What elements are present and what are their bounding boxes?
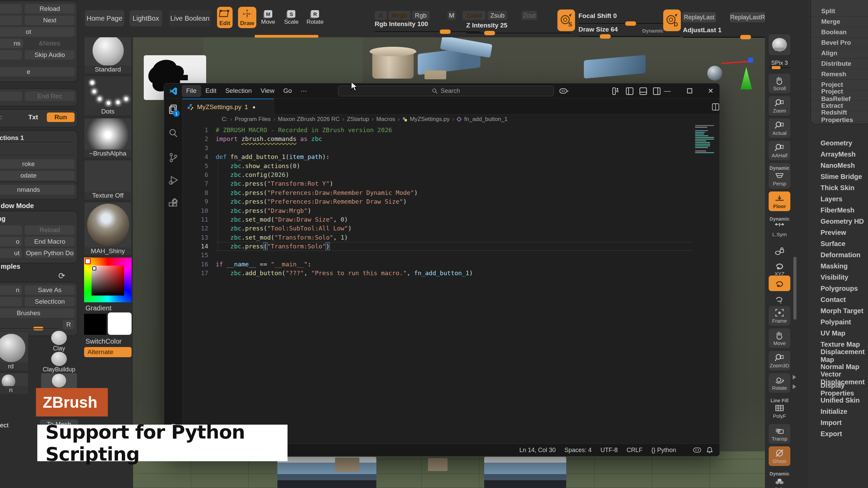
scale-mode-button[interactable]: SScale [284,10,299,25]
slider-knob[interactable] [600,34,611,39]
zoom3d-shelf-button[interactable]: Zoom3D [768,350,791,371]
tool-subpalette-item[interactable]: Deformation [808,249,868,261]
tool-subpalette-item[interactable]: Geometry [808,138,868,149]
macro-button[interactable]: &Notes [26,39,73,48]
macro-slider[interactable]: 181 [0,320,60,329]
adjust-icon-button[interactable]: D [663,9,681,31]
rotate-mode-button[interactable]: RRotate [307,10,323,25]
spix-3-shelf-button[interactable]: SPix 3 [768,58,791,70]
macro-button[interactable]: End Rec [25,92,75,101]
run-debug-icon[interactable] [168,175,179,186]
rgb-intensity-slider[interactable] [375,31,480,33]
tool-action-item[interactable]: Split [811,6,868,17]
tool-action-item[interactable]: Remesh [811,69,868,80]
brush-size-icon-button[interactable]: S [557,9,575,31]
source-control-icon[interactable] [168,152,179,163]
camera-lock-icon-shelf-button[interactable] [768,242,791,261]
zadd-toggle-button[interactable]: Zadd [462,11,486,20]
texture-slot[interactable]: Texture Off [84,160,132,200]
breadcrumb-item[interactable]: Macros [376,116,395,123]
search-icon[interactable] [168,128,179,139]
macro-button[interactable] [0,16,22,25]
code-line[interactable]: zbc.press("Transform:Rot Y") [216,179,692,188]
code-line[interactable] [216,251,692,260]
gizmo-blue-handle[interactable] [748,58,753,63]
tool-subpalette-item[interactable]: NanoMesh [808,160,868,171]
tool-subpalette-item[interactable]: Visibility [808,272,868,283]
slider-knob[interactable] [740,35,751,39]
rotate-shelf-button[interactable]: Rotate [768,373,791,393]
menu-go[interactable]: Go [279,85,296,97]
alternate-button[interactable]: Alternate [84,347,132,357]
macro-button[interactable]: Next [25,16,75,25]
code-line[interactable]: zbc.set_mod("Transform:Solo", 1) [216,233,692,242]
z-intensity-slider[interactable] [466,33,571,34]
lightbox-button[interactable]: LightBox [130,10,162,26]
tool-action-item[interactable]: Merge [811,17,868,27]
ghost-shelf-button[interactable]: Ghost [768,446,791,466]
tool-action-item[interactable]: Redshift Properties [811,111,868,122]
color-picker[interactable] [84,258,132,302]
status-indentation[interactable]: Spaces: 4 [565,447,592,454]
scroll-arrow-icon[interactable] [793,375,796,380]
unsaved-dot-icon[interactable]: ● [253,104,256,110]
macro-button[interactable]: o [0,237,22,246]
gradient-label[interactable]: Gradient [85,304,112,312]
saturation-square[interactable] [92,266,124,296]
dynamic-tag[interactable]: Dynamic [642,28,664,34]
menu-view[interactable]: View [256,85,279,97]
vscode-titlebar[interactable]: FileEditSelectionViewGo⋯ ← → Search [164,83,719,99]
macro-button[interactable] [0,225,22,235]
tool-subpalette-item[interactable]: Contact [808,294,868,305]
code-line[interactable]: zbc.press("Tool:SubTool:All Low") [216,224,692,233]
macro-button[interactable]: n [0,285,22,295]
tool-subpalette-item[interactable]: Display Properties [808,384,868,395]
adjust-last-slider[interactable] [683,37,765,38]
status-encoding[interactable]: UTF-8 [600,447,618,454]
samples-label[interactable]: mples [1,263,20,270]
vscode-window[interactable]: FileEditSelectionViewGo⋯ ← → Search [164,83,720,456]
notifications-bell-icon[interactable] [707,447,713,453]
rotate-icon-shelf-button[interactable] [768,275,791,291]
slider-knob[interactable] [440,29,451,34]
macro-button[interactable]: Save As [25,285,75,295]
polyf-shelf-button[interactable]: Line FillPolyF [768,395,791,422]
macro-button[interactable] [0,297,22,306]
actual-shelf-button[interactable]: Actual [768,118,791,138]
macro-button[interactable]: SelectIcon [25,297,75,306]
menu-selection[interactable]: Selection [221,85,256,97]
shelf-slider-track[interactable] [769,67,790,68]
status-cursor-position[interactable]: Ln 14, Col 30 [519,447,556,454]
tool-action-item[interactable]: Align [811,48,868,59]
status-language[interactable]: {} Python [651,447,676,454]
material-slot[interactable]: MAH_Shiny [84,202,132,256]
tool-subpalette-item[interactable]: Preview [808,227,868,238]
tool-subpalette-item[interactable]: Polypaint [808,317,868,328]
refresh-icon[interactable]: ⟳ [58,271,65,281]
macro-button[interactable]: ns [0,39,23,48]
rgb-toggle-button[interactable]: Rgb [412,11,430,20]
a-toggle-button[interactable]: A [375,11,387,20]
command-center-search[interactable]: Search [338,86,554,96]
zcut-toggle-button[interactable]: Zcut [521,11,537,20]
draw-mode-button[interactable]: Draw [238,7,256,28]
macro-button[interactable]: Skip Audio [25,50,75,60]
zoom-shelf-button[interactable]: Zoom [768,96,791,116]
aahalf-shelf-button[interactable]: AAHalf [768,140,791,161]
maximize-button[interactable] [680,83,699,98]
toggle-sidebar-icon[interactable] [626,87,633,95]
breadcrumb-item[interactable]: Program Files [235,116,271,123]
replay-last-rel-button[interactable]: ReplayLastRel [730,12,770,22]
shelf-scrollbar[interactable] [793,257,796,320]
replay-last-button[interactable]: ReplayLast [682,12,716,22]
tool-subpalette-item[interactable]: Import [808,417,868,428]
code-line[interactable]: import zbrush.commands as zbc [216,135,692,143]
tool-subpalette-item[interactable]: Displacement Map [808,350,868,361]
m-toggle-button[interactable]: M [448,11,456,20]
tool-action-item[interactable]: Distribute [811,59,868,69]
code-line[interactable]: zbc.press("Preferences:Draw:Remember Dyn… [216,188,692,197]
tool-subpalette-item[interactable]: Unified Skin [808,395,868,406]
tool-subpalette-item[interactable]: Surface [808,238,868,249]
copilot-icon[interactable] [559,87,568,95]
code-line[interactable]: zbc.press("Draw:Mrgb") [216,206,692,215]
